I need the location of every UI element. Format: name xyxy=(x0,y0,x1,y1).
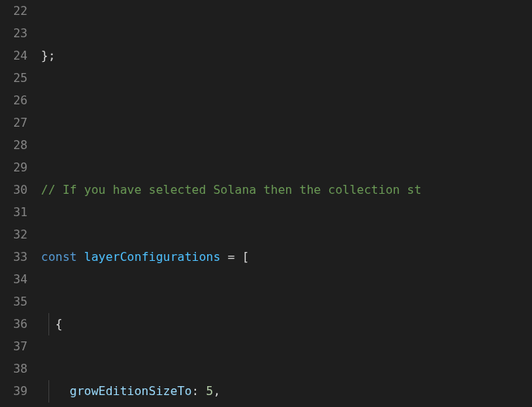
line-number: 33 xyxy=(0,246,28,268)
code-line: { xyxy=(41,313,532,335)
line-number: 26 xyxy=(0,89,28,112)
code-line: growEditionSizeTo: 5, xyxy=(41,380,532,403)
line-number: 34 xyxy=(0,268,28,291)
line-number: 35 xyxy=(0,291,28,313)
line-number: 37 xyxy=(0,335,28,358)
line-number-gutter: 22 23 24 25 26 27 28 29 30 31 32 33 34 3… xyxy=(0,0,41,407)
line-number: 31 xyxy=(0,201,28,224)
line-number: 39 xyxy=(0,380,28,403)
code-line: }; xyxy=(41,45,532,67)
line-number: 27 xyxy=(0,112,28,134)
code-line: // If you have selected Solana then the … xyxy=(41,179,532,201)
code-area[interactable]: }; // If you have selected Solana then t… xyxy=(41,0,532,407)
line-number: 32 xyxy=(0,224,28,246)
code-editor[interactable]: 22 23 24 25 26 27 28 29 30 31 32 33 34 3… xyxy=(0,0,532,407)
line-number: 28 xyxy=(0,134,28,157)
code-line xyxy=(41,112,532,134)
code-line: const layerConfigurations = [ xyxy=(41,246,532,268)
line-number: 25 xyxy=(0,67,28,89)
line-number: 24 xyxy=(0,45,28,67)
line-number: 30 xyxy=(0,179,28,201)
line-number: 23 xyxy=(0,22,28,45)
line-number: 22 xyxy=(0,0,28,22)
line-number: 36 xyxy=(0,313,28,335)
line-number: 29 xyxy=(0,157,28,179)
line-number: 38 xyxy=(0,358,28,380)
